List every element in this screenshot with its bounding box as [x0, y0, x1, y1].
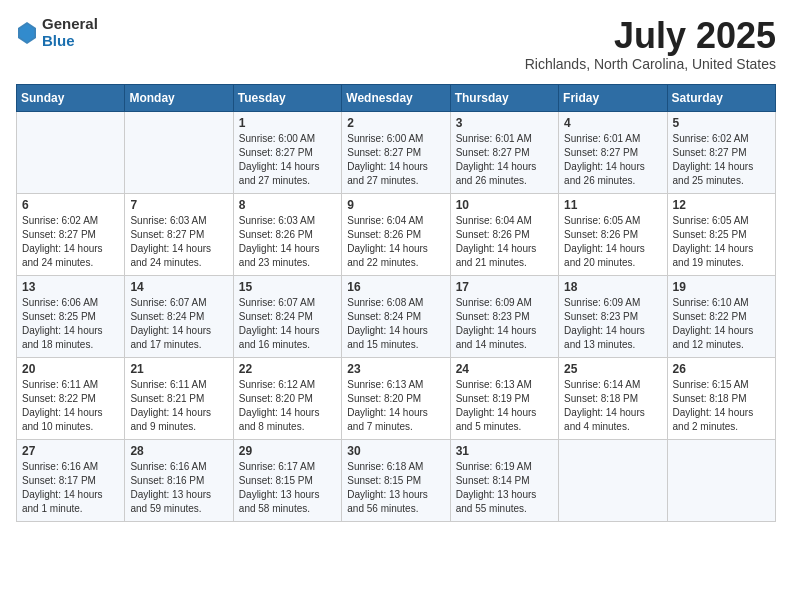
calendar-cell: 22Sunrise: 6:12 AMSunset: 8:20 PMDayligh…	[233, 357, 341, 439]
day-info: Sunrise: 6:12 AMSunset: 8:20 PMDaylight:…	[239, 378, 336, 434]
weekday-header: Friday	[559, 84, 667, 111]
day-number: 29	[239, 444, 336, 458]
day-number: 31	[456, 444, 553, 458]
day-info: Sunrise: 6:00 AMSunset: 8:27 PMDaylight:…	[239, 132, 336, 188]
calendar-cell	[125, 111, 233, 193]
calendar-cell: 13Sunrise: 6:06 AMSunset: 8:25 PMDayligh…	[17, 275, 125, 357]
calendar-cell: 29Sunrise: 6:17 AMSunset: 8:15 PMDayligh…	[233, 439, 341, 521]
day-info: Sunrise: 6:15 AMSunset: 8:18 PMDaylight:…	[673, 378, 770, 434]
title-block: July 2025 Richlands, North Carolina, Uni…	[525, 16, 776, 72]
weekday-header: Thursday	[450, 84, 558, 111]
day-info: Sunrise: 6:16 AMSunset: 8:16 PMDaylight:…	[130, 460, 227, 516]
calendar-cell: 6Sunrise: 6:02 AMSunset: 8:27 PMDaylight…	[17, 193, 125, 275]
calendar-week-row: 13Sunrise: 6:06 AMSunset: 8:25 PMDayligh…	[17, 275, 776, 357]
day-info: Sunrise: 6:14 AMSunset: 8:18 PMDaylight:…	[564, 378, 661, 434]
calendar-week-row: 20Sunrise: 6:11 AMSunset: 8:22 PMDayligh…	[17, 357, 776, 439]
day-number: 12	[673, 198, 770, 212]
day-info: Sunrise: 6:16 AMSunset: 8:17 PMDaylight:…	[22, 460, 119, 516]
calendar-cell	[559, 439, 667, 521]
logo-general: General	[42, 16, 98, 33]
day-info: Sunrise: 6:08 AMSunset: 8:24 PMDaylight:…	[347, 296, 444, 352]
calendar-cell: 18Sunrise: 6:09 AMSunset: 8:23 PMDayligh…	[559, 275, 667, 357]
calendar-cell: 25Sunrise: 6:14 AMSunset: 8:18 PMDayligh…	[559, 357, 667, 439]
day-info: Sunrise: 6:01 AMSunset: 8:27 PMDaylight:…	[456, 132, 553, 188]
day-number: 16	[347, 280, 444, 294]
day-number: 17	[456, 280, 553, 294]
weekday-header: Wednesday	[342, 84, 450, 111]
day-number: 1	[239, 116, 336, 130]
calendar-cell: 21Sunrise: 6:11 AMSunset: 8:21 PMDayligh…	[125, 357, 233, 439]
day-number: 26	[673, 362, 770, 376]
logo: General Blue	[16, 16, 98, 49]
calendar-cell: 24Sunrise: 6:13 AMSunset: 8:19 PMDayligh…	[450, 357, 558, 439]
day-info: Sunrise: 6:00 AMSunset: 8:27 PMDaylight:…	[347, 132, 444, 188]
day-number: 24	[456, 362, 553, 376]
generalblue-icon	[18, 22, 36, 44]
calendar-cell: 31Sunrise: 6:19 AMSunset: 8:14 PMDayligh…	[450, 439, 558, 521]
day-number: 10	[456, 198, 553, 212]
day-info: Sunrise: 6:11 AMSunset: 8:21 PMDaylight:…	[130, 378, 227, 434]
day-number: 13	[22, 280, 119, 294]
weekday-header: Monday	[125, 84, 233, 111]
day-info: Sunrise: 6:18 AMSunset: 8:15 PMDaylight:…	[347, 460, 444, 516]
calendar-cell: 17Sunrise: 6:09 AMSunset: 8:23 PMDayligh…	[450, 275, 558, 357]
calendar-cell: 8Sunrise: 6:03 AMSunset: 8:26 PMDaylight…	[233, 193, 341, 275]
day-info: Sunrise: 6:07 AMSunset: 8:24 PMDaylight:…	[130, 296, 227, 352]
calendar-cell: 3Sunrise: 6:01 AMSunset: 8:27 PMDaylight…	[450, 111, 558, 193]
day-info: Sunrise: 6:03 AMSunset: 8:27 PMDaylight:…	[130, 214, 227, 270]
calendar-cell: 9Sunrise: 6:04 AMSunset: 8:26 PMDaylight…	[342, 193, 450, 275]
weekday-header: Tuesday	[233, 84, 341, 111]
calendar-cell: 30Sunrise: 6:18 AMSunset: 8:15 PMDayligh…	[342, 439, 450, 521]
day-number: 22	[239, 362, 336, 376]
day-number: 23	[347, 362, 444, 376]
day-number: 7	[130, 198, 227, 212]
page-header: General Blue July 2025 Richlands, North …	[16, 16, 776, 72]
calendar-cell	[17, 111, 125, 193]
day-info: Sunrise: 6:13 AMSunset: 8:19 PMDaylight:…	[456, 378, 553, 434]
calendar-cell	[667, 439, 775, 521]
calendar-cell: 27Sunrise: 6:16 AMSunset: 8:17 PMDayligh…	[17, 439, 125, 521]
day-info: Sunrise: 6:07 AMSunset: 8:24 PMDaylight:…	[239, 296, 336, 352]
calendar-cell: 4Sunrise: 6:01 AMSunset: 8:27 PMDaylight…	[559, 111, 667, 193]
day-info: Sunrise: 6:17 AMSunset: 8:15 PMDaylight:…	[239, 460, 336, 516]
calendar-cell: 5Sunrise: 6:02 AMSunset: 8:27 PMDaylight…	[667, 111, 775, 193]
day-number: 9	[347, 198, 444, 212]
day-number: 18	[564, 280, 661, 294]
calendar-week-row: 27Sunrise: 6:16 AMSunset: 8:17 PMDayligh…	[17, 439, 776, 521]
month-title: July 2025	[525, 16, 776, 56]
calendar-week-row: 6Sunrise: 6:02 AMSunset: 8:27 PMDaylight…	[17, 193, 776, 275]
calendar-cell: 14Sunrise: 6:07 AMSunset: 8:24 PMDayligh…	[125, 275, 233, 357]
logo-text: General Blue	[42, 16, 98, 49]
day-info: Sunrise: 6:04 AMSunset: 8:26 PMDaylight:…	[456, 214, 553, 270]
calendar-cell: 23Sunrise: 6:13 AMSunset: 8:20 PMDayligh…	[342, 357, 450, 439]
day-info: Sunrise: 6:02 AMSunset: 8:27 PMDaylight:…	[673, 132, 770, 188]
day-number: 27	[22, 444, 119, 458]
day-number: 15	[239, 280, 336, 294]
day-number: 30	[347, 444, 444, 458]
day-number: 20	[22, 362, 119, 376]
weekday-header: Sunday	[17, 84, 125, 111]
weekday-header-row: SundayMondayTuesdayWednesdayThursdayFrid…	[17, 84, 776, 111]
day-info: Sunrise: 6:09 AMSunset: 8:23 PMDaylight:…	[564, 296, 661, 352]
calendar-cell: 15Sunrise: 6:07 AMSunset: 8:24 PMDayligh…	[233, 275, 341, 357]
day-number: 25	[564, 362, 661, 376]
calendar-cell: 12Sunrise: 6:05 AMSunset: 8:25 PMDayligh…	[667, 193, 775, 275]
calendar-week-row: 1Sunrise: 6:00 AMSunset: 8:27 PMDaylight…	[17, 111, 776, 193]
calendar-table: SundayMondayTuesdayWednesdayThursdayFrid…	[16, 84, 776, 522]
day-number: 8	[239, 198, 336, 212]
day-number: 21	[130, 362, 227, 376]
day-info: Sunrise: 6:01 AMSunset: 8:27 PMDaylight:…	[564, 132, 661, 188]
day-number: 14	[130, 280, 227, 294]
day-info: Sunrise: 6:05 AMSunset: 8:25 PMDaylight:…	[673, 214, 770, 270]
calendar-cell: 20Sunrise: 6:11 AMSunset: 8:22 PMDayligh…	[17, 357, 125, 439]
day-info: Sunrise: 6:05 AMSunset: 8:26 PMDaylight:…	[564, 214, 661, 270]
day-number: 19	[673, 280, 770, 294]
day-number: 4	[564, 116, 661, 130]
calendar-cell: 10Sunrise: 6:04 AMSunset: 8:26 PMDayligh…	[450, 193, 558, 275]
calendar-cell: 11Sunrise: 6:05 AMSunset: 8:26 PMDayligh…	[559, 193, 667, 275]
calendar-cell: 26Sunrise: 6:15 AMSunset: 8:18 PMDayligh…	[667, 357, 775, 439]
day-info: Sunrise: 6:06 AMSunset: 8:25 PMDaylight:…	[22, 296, 119, 352]
day-number: 6	[22, 198, 119, 212]
calendar-cell: 16Sunrise: 6:08 AMSunset: 8:24 PMDayligh…	[342, 275, 450, 357]
day-number: 2	[347, 116, 444, 130]
